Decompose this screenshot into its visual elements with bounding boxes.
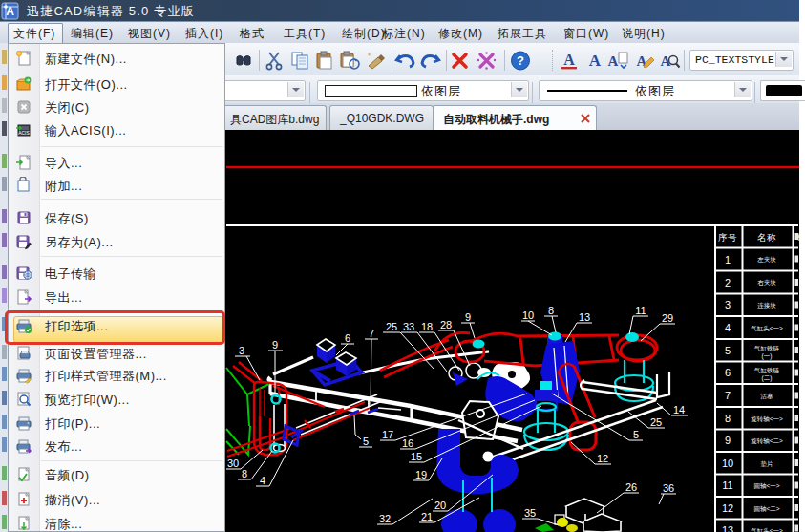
svg-text:25: 25 — [386, 321, 397, 332]
svg-text:气缸头<一>: 气缸头<一> — [751, 527, 783, 532]
svg-text:26: 26 — [625, 481, 637, 493]
svg-text:3: 3 — [725, 299, 731, 310]
svg-text:6: 6 — [725, 367, 731, 378]
svg-text:左夹块: 左夹块 — [757, 256, 776, 263]
svg-text:33: 33 — [403, 321, 414, 332]
svg-text:(二): (二) — [762, 374, 773, 382]
svg-text:29: 29 — [662, 312, 673, 324]
svg-text:8: 8 — [242, 468, 247, 479]
svg-text:8: 8 — [725, 413, 731, 424]
svg-text:36: 36 — [663, 482, 674, 494]
svg-text:连接块: 连接块 — [757, 302, 776, 309]
svg-text:7: 7 — [369, 328, 374, 339]
svg-text:右夹块: 右夹块 — [757, 279, 776, 287]
svg-text:1: 1 — [725, 254, 731, 266]
svg-text:4: 4 — [260, 475, 265, 486]
svg-text:10: 10 — [522, 309, 534, 321]
svg-text:气缸铁链: 气缸铁链 — [754, 345, 780, 351]
svg-text:12: 12 — [722, 502, 733, 514]
svg-text:13: 13 — [579, 311, 590, 323]
svg-text:活塞: 活塞 — [761, 393, 774, 400]
svg-text:7: 7 — [725, 390, 731, 401]
svg-text:12: 12 — [597, 453, 608, 464]
svg-text:A: A — [589, 52, 602, 70]
svg-text:A: A — [608, 53, 619, 69]
svg-text:20: 20 — [434, 500, 446, 511]
svg-text:(一): (一) — [762, 352, 773, 360]
svg-text:21: 21 — [421, 511, 433, 522]
svg-text:旋转轴<二>: 旋转轴<二> — [751, 437, 783, 445]
svg-text:17: 17 — [382, 429, 393, 440]
svg-text:19: 19 — [415, 469, 427, 480]
svg-text:18: 18 — [421, 321, 433, 332]
svg-text:30: 30 — [227, 458, 239, 469]
svg-text:10: 10 — [722, 458, 733, 469]
svg-text:2: 2 — [725, 277, 731, 288]
svg-text:5: 5 — [725, 345, 731, 356]
svg-text:序号: 序号 — [718, 232, 737, 243]
svg-text:35: 35 — [524, 507, 536, 519]
svg-text:14: 14 — [673, 404, 685, 415]
svg-text:ACIS: ACIS — [18, 130, 30, 136]
svg-text:11: 11 — [635, 305, 646, 316]
svg-text:15: 15 — [411, 451, 422, 462]
svg-text:13: 13 — [722, 524, 733, 532]
svg-text:9: 9 — [272, 339, 278, 351]
svg-text:圆轴<二>: 圆轴<二> — [753, 505, 779, 513]
svg-text:圆轴<一>: 圆轴<一> — [753, 482, 779, 490]
svg-text:5: 5 — [363, 436, 369, 447]
svg-text:垫片: 垫片 — [761, 460, 774, 468]
svg-text:9: 9 — [465, 311, 471, 323]
svg-text:8: 8 — [548, 305, 554, 316]
svg-text:?: ? — [517, 53, 524, 68]
svg-text:A: A — [563, 52, 575, 68]
svg-text:4: 4 — [725, 322, 731, 333]
svg-text:9: 9 — [725, 435, 731, 446]
svg-text:3: 3 — [239, 345, 244, 356]
svg-text:32: 32 — [379, 513, 391, 524]
svg-text:名称: 名称 — [757, 232, 776, 243]
svg-text:6: 6 — [345, 332, 350, 344]
svg-text:11: 11 — [722, 479, 732, 491]
svg-text:25: 25 — [650, 416, 662, 428]
svg-text:16: 16 — [402, 437, 413, 449]
svg-text:气缸头<一>: 气缸头<一> — [751, 325, 783, 332]
svg-text:5: 5 — [633, 429, 639, 440]
svg-text:28: 28 — [440, 319, 452, 330]
svg-text:气缸铁链: 气缸铁链 — [754, 367, 780, 373]
svg-text:旋转轴<一>: 旋转轴<一> — [751, 415, 783, 423]
